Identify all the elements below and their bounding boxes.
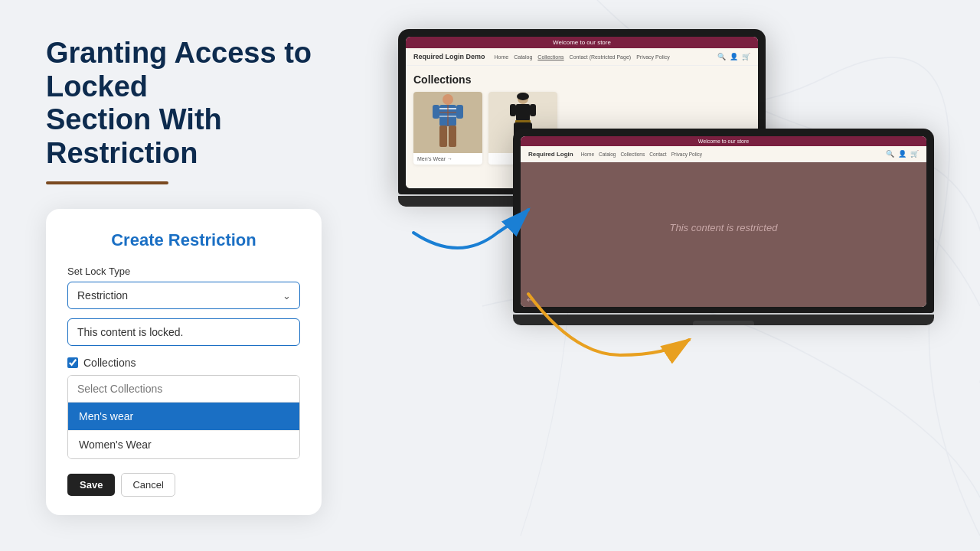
save-button[interactable]: Save — [67, 474, 115, 496]
page-headline: Granting Access to Locked Section With R… — [46, 37, 368, 171]
cancel-button[interactable]: Cancel — [121, 473, 175, 497]
svg-rect-7 — [449, 126, 456, 147]
left-column: Granting Access to Locked Section With R… — [46, 37, 368, 520]
store2-nav-collections[interactable]: Collections — [620, 152, 645, 157]
account-icon: 👤 — [730, 53, 738, 60]
lock-type-select[interactable]: Restriction — [67, 282, 300, 309]
store1-nav-home[interactable]: Home — [495, 54, 509, 60]
store1-nav-catalog[interactable]: Catalog — [514, 54, 532, 60]
svg-rect-12 — [516, 104, 530, 121]
laptop-2-screen: Welcome to our store Required Login Home… — [521, 136, 926, 307]
svg-rect-9 — [456, 105, 463, 119]
collections-dropdown: Men's wear Women's Wear — [67, 375, 300, 459]
store2-nav-home[interactable]: Home — [581, 152, 594, 157]
page-layout: Granting Access to Locked Section With R… — [0, 0, 980, 551]
collections-label: Collections — [83, 357, 136, 369]
back-arrow-icon: ↤ — [527, 295, 533, 304]
cart-icon-2: 🛒 — [910, 150, 919, 158]
collections-search-input[interactable] — [68, 376, 299, 403]
lock-type-label: Set Lock Type — [67, 266, 300, 277]
collections-checkbox[interactable] — [67, 357, 78, 368]
form-button-row: Save Cancel — [67, 473, 300, 497]
collection-option-mens-wear[interactable]: Men's wear — [68, 403, 299, 431]
store1-nav-privacy[interactable]: Privacy Policy — [636, 54, 670, 60]
right-column: Welcome to our store Required Login Demo… — [398, 37, 949, 520]
store1-nav-links: Home Catalog Collections Contact (Restri… — [495, 54, 670, 60]
restricted-content-area: This content is restricted — [521, 162, 926, 292]
store2-topbar: Welcome to our store — [521, 136, 926, 146]
cart-icon: 🛒 — [742, 53, 750, 60]
laptop-mockup-2: Welcome to our store Required Login Home… — [513, 129, 934, 325]
search-icon-2: 🔍 — [886, 150, 894, 158]
account-icon-2: 👤 — [898, 150, 906, 158]
create-restriction-form: Create Restriction Set Lock Type Restric… — [46, 209, 322, 515]
svg-rect-8 — [433, 105, 439, 119]
store2-nav-icons: 🔍 👤 🛒 — [886, 150, 919, 158]
store1-page-title: Collections — [413, 73, 750, 86]
product-1-link[interactable]: Men's Wear → — [417, 156, 452, 161]
store2-nav: Required Login Home Catalog Collections … — [521, 146, 926, 162]
svg-rect-6 — [439, 126, 447, 147]
svg-point-11 — [517, 93, 529, 100]
lock-type-select-wrapper: Restriction ⌄ — [67, 282, 300, 309]
store2-footer: ↤ — [521, 292, 926, 307]
form-title: Create Restriction — [67, 230, 300, 250]
locked-message-input[interactable] — [67, 318, 300, 346]
svg-rect-18 — [530, 104, 536, 116]
store1-nav-icons: 🔍 👤 🛒 — [717, 53, 750, 60]
svg-point-0 — [443, 94, 453, 105]
store2-logo: Required Login — [528, 151, 573, 158]
collection-option-womens-wear[interactable]: Women's Wear — [68, 431, 299, 458]
restricted-message: This content is restricted — [670, 222, 778, 233]
laptop-2-shell: Welcome to our store Required Login Home… — [513, 129, 934, 313]
search-icon: 🔍 — [717, 53, 726, 60]
svg-rect-17 — [510, 104, 516, 116]
store1-topbar: Welcome to our store — [406, 37, 758, 48]
headline-underline — [46, 181, 168, 184]
product-card-1: Men's Wear → — [413, 92, 482, 165]
store1-logo: Required Login Demo — [413, 53, 485, 60]
man-figure-svg — [429, 92, 467, 153]
store1-nav-contact[interactable]: Contact (Restricted Page) — [570, 54, 632, 60]
store2-nav-catalog[interactable]: Catalog — [599, 152, 616, 157]
store2-nav-contact[interactable]: Contact — [649, 152, 666, 157]
store1-nav: Required Login Demo Home Catalog Collect… — [406, 48, 758, 66]
store1-nav-collections[interactable]: Collections — [537, 54, 564, 60]
laptop-2-base — [513, 315, 934, 325]
store2-nav-privacy[interactable]: Privacy Policy — [671, 152, 702, 157]
product-1-label: Men's Wear → — [413, 153, 482, 165]
product-image-1 — [413, 92, 482, 153]
collections-checkbox-row: Collections — [67, 357, 300, 369]
store2-nav-links: Home Catalog Collections Contact Privacy… — [581, 152, 702, 157]
